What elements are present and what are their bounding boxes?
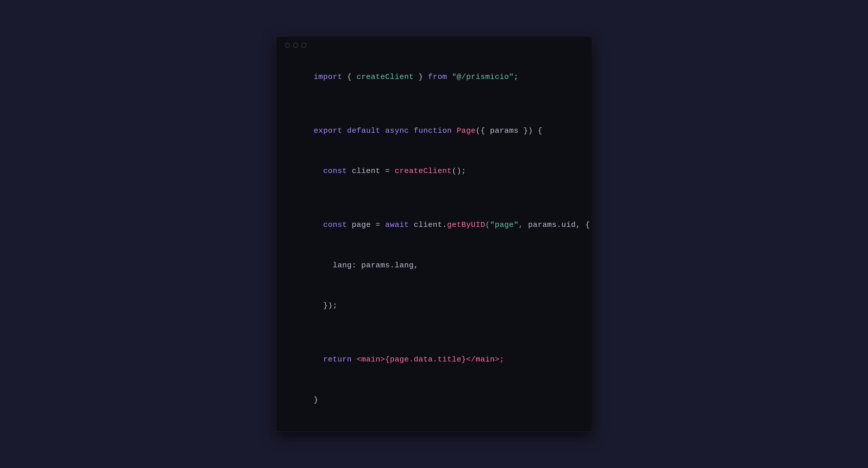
code-line-1: import { createClient } from "@/prismici… <box>285 57 583 97</box>
params-ref-2: params <box>528 221 557 229</box>
eq-1: = <box>380 167 395 175</box>
close-brace-outer: } <box>314 396 318 404</box>
keyword-default: default <box>342 126 385 135</box>
code-line-3: const client = createClient(); <box>285 151 583 192</box>
params-open: ({ <box>475 126 490 135</box>
semi-1: ; <box>514 72 519 81</box>
code-line-7: return <main>{page.data.title}</main>; <box>285 340 583 380</box>
call-end-1: (); <box>452 167 466 175</box>
fn-page: Page <box>452 126 475 135</box>
keyword-await: await <box>385 221 414 229</box>
keyword-return: return <box>314 355 357 364</box>
args-getbyuid: ("page", <box>485 221 528 229</box>
uid-ref: .uid, { <box>557 221 590 229</box>
string-prismicio: "@/prismicio" <box>447 72 514 81</box>
code-block: import { createClient } from "@/prismici… <box>285 57 583 420</box>
empty-line-2 <box>285 192 583 205</box>
minimize-dot <box>293 43 298 48</box>
client-ref: client <box>414 221 442 229</box>
jsx-return: <main>{page.data.title}</main>; <box>356 355 504 364</box>
brace-open-1: { <box>342 72 356 81</box>
lang-key: lang: <box>314 261 362 270</box>
call-createClient: createClient <box>395 167 452 175</box>
fn-getbyuid: getByUID <box>447 221 485 229</box>
code-line-5: lang: params.lang, <box>285 245 583 286</box>
code-line-8: } <box>285 380 583 420</box>
maximize-dot <box>301 43 306 48</box>
close-dot <box>285 43 290 48</box>
keyword-export: export <box>314 126 342 135</box>
var-client: client <box>352 167 380 175</box>
dot-1: . <box>442 221 447 229</box>
eq-2: = <box>371 221 385 229</box>
code-line-4: const page = await client.getByUID("page… <box>285 205 583 245</box>
keyword-const-1: const <box>314 167 352 175</box>
params-name: params <box>490 126 519 135</box>
var-page: page <box>352 221 371 229</box>
keyword-async: async <box>385 126 414 135</box>
close-brace-1: }); <box>314 301 338 310</box>
keyword-function: function <box>414 126 452 135</box>
keyword-from: from <box>428 72 447 81</box>
code-line-2: export default async function Page({ par… <box>285 111 583 151</box>
empty-line-3 <box>285 326 583 340</box>
code-window: import { createClient } from "@/prismici… <box>276 36 592 432</box>
params-end: }) { <box>519 126 542 135</box>
code-line-6: }); <box>285 286 583 326</box>
brace-close-1: } <box>414 72 428 81</box>
keyword-import: import <box>314 72 342 81</box>
params-ref-3: params <box>361 261 390 270</box>
identifier-createClient: createClient <box>356 72 414 81</box>
titlebar <box>285 43 583 48</box>
empty-line-1 <box>285 97 583 111</box>
keyword-const-2: const <box>314 221 352 229</box>
lang-val: .lang, <box>390 261 418 270</box>
